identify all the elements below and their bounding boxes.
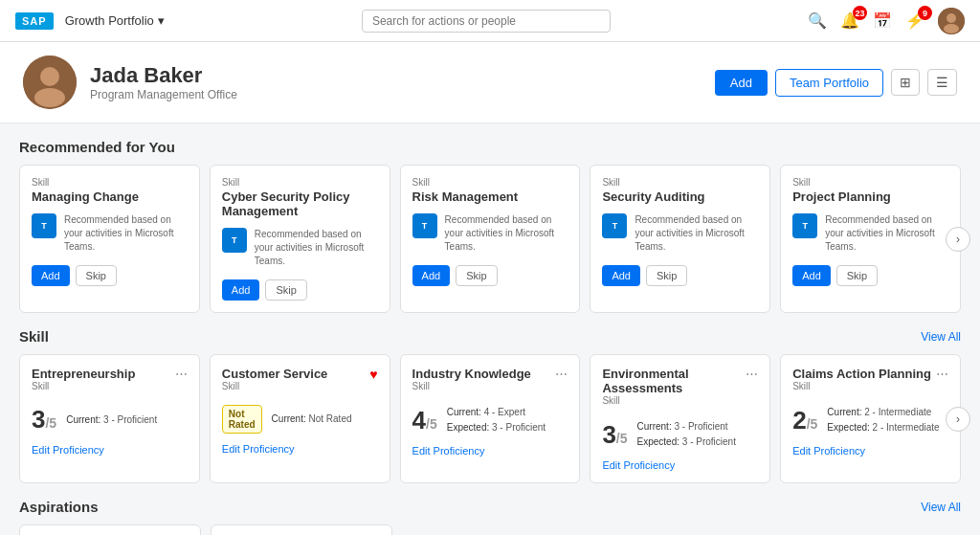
skill-card-header: Entrepreneurship Skill ⋯ (32, 367, 188, 401)
bookmark-icon[interactable]: ⋯ (175, 367, 188, 381)
rec-card-type: Skill (792, 177, 948, 188)
rec-card-body: T Recommended based on your activities i… (792, 213, 948, 254)
skill-score: 3/5 (602, 420, 627, 450)
rec-card-actions: Add Skip (792, 265, 948, 286)
skill-score: 4/5 (412, 406, 437, 435)
rec-card-desc: Recommended based on your activities in … (64, 213, 188, 254)
skill-rating-row: 3/5 Current: 3 - ProficientExpected: 3 -… (602, 419, 758, 450)
rec-add-button[interactable]: Add (792, 265, 831, 286)
rec-card-desc: Recommended based on your activities in … (635, 213, 758, 254)
aspirations-section: Aspirations View All Becoming a Skill Ex… (19, 499, 961, 535)
rec-card-1: Skill Cyber Security Policy Management T… (210, 165, 390, 313)
calendar-icon-btn[interactable]: 📅 (873, 11, 892, 30)
rec-skip-button[interactable]: Skip (836, 265, 878, 286)
not-rated-badge: NotRated (222, 405, 262, 434)
rec-card-2: Skill Risk Management T Recommended base… (400, 165, 581, 313)
rec-card-title: Cyber Security Policy Management (222, 189, 378, 218)
rec-skip-button[interactable]: Skip (265, 279, 306, 301)
skill-card-4: Claims Action Planning Skill ⋯ 2/5 Curre… (780, 354, 961, 483)
skill-rating-row: 3/5 Current: 3 - Proficient (32, 405, 188, 435)
edit-proficiency-link[interactable]: Edit Proficiency (412, 445, 568, 457)
heart-icon[interactable]: ♥ (369, 367, 377, 382)
rec-next-arrow[interactable]: › (946, 227, 970, 252)
skill-card-2: Industry Knowledge Skill ⋯ 4/5 Current: … (400, 354, 581, 483)
svg-point-1 (947, 13, 956, 23)
search-input[interactable] (362, 10, 611, 33)
skill-details: Current: 3 - Proficient (66, 412, 157, 428)
skill-cards-row: Entrepreneurship Skill ⋯ 3/5 Current: 3 … (19, 354, 961, 483)
portfolio-menu[interactable]: Growth Portfolio ▾ (65, 13, 165, 28)
rec-add-button[interactable]: Add (32, 265, 70, 286)
skill-card-name: Customer Service (222, 367, 328, 381)
recommended-section-header: Recommended for You (19, 139, 961, 155)
edit-proficiency-link[interactable]: Edit Proficiency (32, 444, 188, 456)
skill-card-header: Customer Service Skill ♥ (222, 367, 378, 401)
bookmark-icon[interactable]: ⋯ (936, 367, 948, 381)
rec-card-body: T Recommended based on your activities i… (32, 213, 188, 254)
aspirations-title: Aspirations (19, 499, 99, 515)
rec-card-title: Risk Management (412, 189, 568, 204)
skill-card-header: Environmental Assessments Skill ⋯ (602, 367, 758, 415)
skill-type: Skill (222, 381, 328, 391)
skill-details: Current: 4 - ExpertExpected: 3 - Profici… (447, 405, 546, 435)
aspirations-section-header: Aspirations View All (19, 499, 961, 515)
aspiration-card-0: Becoming a Skill Expert Aspiration (19, 524, 201, 535)
sap-logo: SAP (15, 12, 54, 30)
ms-teams-icon: T (222, 228, 247, 253)
rec-skip-button[interactable]: Skip (456, 265, 497, 286)
ms-teams-icon: T (32, 213, 56, 238)
rec-card-desc: Recommended based on your activities in … (255, 228, 378, 268)
skill-score: 2/5 (792, 406, 817, 435)
skill-card-0: Entrepreneurship Skill ⋯ 3/5 Current: 3 … (19, 354, 200, 483)
profile-header: Jada Baker Program Management Office Add… (0, 42, 980, 123)
add-button[interactable]: Add (715, 70, 768, 96)
skill-type: Skill (32, 381, 135, 391)
rec-card-0: Skill Managing Change T Recommended base… (19, 165, 200, 313)
nav-icons: 🔍 🔔 23 📅 ⚡ 9 (808, 8, 965, 34)
svg-point-4 (40, 67, 59, 86)
skill-view-all[interactable]: View All (921, 330, 961, 344)
rec-card-type: Skill (222, 177, 378, 188)
rec-card-title: Security Auditing (602, 189, 758, 204)
alerts-badge: 9 (918, 6, 932, 20)
list-view-button[interactable]: ☰ (927, 69, 957, 96)
skill-card-name: Entrepreneurship (32, 367, 135, 381)
aspiration-card-1: Becoming a People Leader Aspiration ♥ (211, 524, 392, 535)
grid-view-button[interactable]: ⊞ (891, 69, 920, 96)
edit-proficiency-link[interactable]: Edit Proficiency (602, 459, 758, 471)
user-avatar-nav[interactable] (938, 8, 965, 34)
rec-add-button[interactable]: Add (222, 279, 260, 301)
ms-teams-icon: T (602, 213, 627, 238)
rec-card-type: Skill (602, 177, 758, 188)
alerts-icon-btn[interactable]: ⚡ 9 (905, 11, 924, 30)
rec-card-type: Skill (412, 177, 568, 188)
skill-card-header: Industry Knowledge Skill ⋯ (412, 367, 568, 401)
rec-add-button[interactable]: Add (412, 265, 451, 286)
rec-card-title: Project Planning (792, 189, 948, 204)
rec-skip-button[interactable]: Skip (76, 265, 117, 286)
search-bar (176, 10, 796, 33)
skill-rating-row: 4/5 Current: 4 - ExpertExpected: 3 - Pro… (412, 405, 568, 435)
edit-proficiency-link[interactable]: Edit Proficiency (222, 443, 378, 455)
svg-point-2 (944, 24, 959, 33)
skill-next-arrow[interactable]: › (946, 407, 970, 432)
rec-card-3: Skill Security Auditing T Recommended ba… (590, 165, 770, 313)
skill-section-header: Skill View All (19, 328, 961, 345)
rec-skip-button[interactable]: Skip (646, 265, 687, 286)
bookmark-icon[interactable]: ⋯ (746, 367, 758, 381)
team-portfolio-button[interactable]: Team Portfolio (775, 69, 883, 97)
bookmark-icon[interactable]: ⋯ (555, 367, 568, 381)
rec-card-desc: Recommended based on your activities in … (445, 213, 568, 254)
rec-card-4: Skill Project Planning T Recommended bas… (780, 165, 961, 313)
skill-card-name: Environmental Assessments (602, 367, 746, 395)
skill-section: Skill View All Entrepreneurship Skill ⋯ … (19, 328, 961, 483)
edit-proficiency-link[interactable]: Edit Proficiency (792, 445, 948, 457)
notifications-icon-btn[interactable]: 🔔 23 (840, 11, 859, 30)
profile-avatar (23, 56, 77, 109)
recommended-section: Recommended for You Skill Managing Chang… (19, 139, 961, 313)
skill-details: Current: 2 - IntermediateExpected: 2 - I… (827, 405, 939, 435)
rec-add-button[interactable]: Add (602, 265, 640, 286)
skill-title: Skill (19, 328, 49, 345)
aspirations-view-all[interactable]: View All (921, 501, 961, 514)
search-icon-btn[interactable]: 🔍 (808, 11, 827, 30)
